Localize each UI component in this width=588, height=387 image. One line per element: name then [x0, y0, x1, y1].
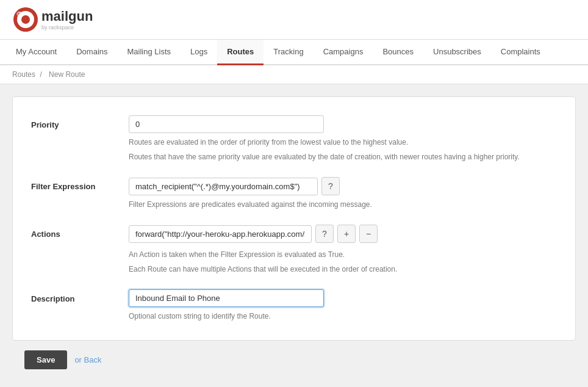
priority-content: Routes are evaluated in the order of pri…	[129, 115, 557, 162]
nav-complaints[interactable]: Complaints	[491, 40, 550, 65]
actions-hint2: Each Route can have multiple Actions tha…	[129, 264, 557, 275]
nav-my-account[interactable]: My Account	[6, 40, 66, 65]
nav-routes[interactable]: Routes	[217, 40, 264, 65]
nav-unsubscribes[interactable]: Unsubscribes	[423, 40, 491, 65]
description-label: Description	[31, 289, 129, 303]
main-nav: My Account Domains Mailing Lists Logs Ro…	[0, 40, 588, 65]
breadcrumb-bar: Routes / New Route	[0, 65, 588, 84]
priority-row: Priority Routes are evaluated in the ord…	[31, 115, 557, 162]
priority-label: Priority	[31, 115, 129, 129]
filter-expression-hint: Filter Expressions are predicates evalua…	[129, 199, 557, 210]
actions-remove-button[interactable]: −	[359, 225, 378, 243]
breadcrumb-separator: /	[40, 70, 41, 79]
nav-tracking[interactable]: Tracking	[264, 40, 313, 65]
actions-input[interactable]	[129, 225, 312, 243]
form-panel: Priority Routes are evaluated in the ord…	[12, 96, 576, 341]
brand-name: mailgun	[41, 9, 93, 24]
filter-input-row: ?	[129, 177, 557, 195]
priority-hint2: Routes that have the same priority value…	[129, 151, 557, 162]
logo-icon: @	[12, 6, 39, 33]
actions-add-button[interactable]: +	[337, 225, 356, 243]
brand-sub: by rackspace	[41, 24, 93, 31]
actions-label: Actions	[31, 225, 129, 239]
filter-expression-row: Filter Expression ? Filter Expressions a…	[31, 177, 557, 210]
nav-mailing-lists[interactable]: Mailing Lists	[118, 40, 181, 65]
svg-point-2	[21, 15, 30, 24]
svg-text:@: @	[16, 10, 22, 16]
main-content: Priority Routes are evaluated in the ord…	[0, 84, 588, 387]
nav-campaigns[interactable]: Campaigns	[314, 40, 373, 65]
description-content: Optional custom string to identify the R…	[129, 289, 557, 322]
actions-row: Actions ? + − An Action is taken when th…	[31, 225, 557, 275]
description-input[interactable]	[129, 289, 324, 307]
footer-actions: Save or Back	[12, 341, 576, 379]
nav-logs[interactable]: Logs	[181, 40, 217, 65]
actions-content: ? + − An Action is taken when the Filter…	[129, 225, 557, 275]
nav-bounces[interactable]: Bounces	[373, 40, 423, 65]
back-link[interactable]: or Back	[74, 355, 101, 364]
priority-input[interactable]	[129, 115, 324, 133]
description-hint: Optional custom string to identify the R…	[129, 311, 557, 322]
filter-expression-content: ? Filter Expressions are predicates eval…	[129, 177, 557, 210]
logo: @ mailgun by rackspace	[12, 6, 93, 33]
actions-help-button[interactable]: ?	[315, 225, 334, 243]
save-button[interactable]: Save	[24, 350, 67, 369]
filter-expression-label: Filter Expression	[31, 177, 129, 191]
filter-expression-input[interactable]	[129, 178, 318, 195]
breadcrumb: Routes / New Route	[12, 70, 576, 79]
breadcrumb-current: New Route	[49, 70, 85, 79]
actions-input-row: ? + −	[129, 225, 557, 243]
actions-hint1: An Action is taken when the Filter Expre…	[129, 249, 557, 260]
header: @ mailgun by rackspace	[0, 0, 588, 40]
breadcrumb-parent[interactable]: Routes	[12, 70, 35, 79]
priority-hint1: Routes are evaluated in the order of pri…	[129, 137, 557, 148]
description-row: Description Optional custom string to id…	[31, 289, 557, 322]
filter-help-button[interactable]: ?	[321, 177, 340, 195]
nav-domains[interactable]: Domains	[66, 40, 117, 65]
